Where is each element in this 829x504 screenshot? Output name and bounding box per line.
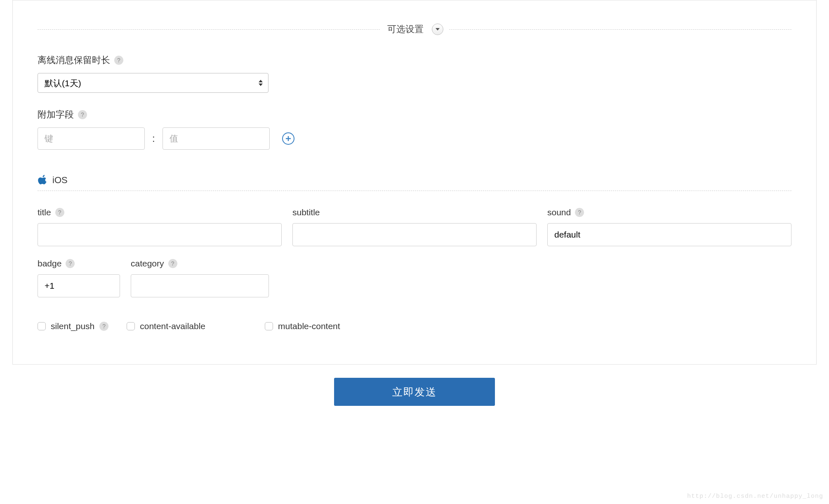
ios-divider-line bbox=[38, 191, 791, 191]
ios-subtitle-label-row: subtitle bbox=[292, 207, 537, 217]
extra-key-input[interactable] bbox=[38, 127, 145, 150]
ios-fields-row1: title ? subtitle sound ? bbox=[38, 207, 791, 246]
ios-title-label-row: title ? bbox=[38, 207, 282, 217]
silent-push-checkbox[interactable] bbox=[38, 322, 46, 330]
help-icon[interactable]: ? bbox=[99, 322, 108, 331]
divider-line-right bbox=[449, 29, 791, 30]
mutable-content-checkbox[interactable] bbox=[265, 322, 273, 330]
ios-title-input[interactable] bbox=[38, 223, 282, 246]
divider-line-left bbox=[38, 29, 380, 30]
extra-fields-label: 附加字段 bbox=[38, 108, 74, 121]
ios-sound-label: sound bbox=[547, 207, 571, 217]
content-available-label: content-available bbox=[140, 321, 205, 331]
content-available-checkbox[interactable] bbox=[127, 322, 135, 330]
ios-subtitle-col: subtitle bbox=[292, 207, 537, 246]
ios-title-col: title ? bbox=[38, 207, 282, 246]
extra-value-input[interactable] bbox=[163, 127, 270, 150]
help-icon[interactable]: ? bbox=[55, 208, 64, 217]
ios-sound-label-row: sound ? bbox=[547, 207, 791, 217]
mutable-content-label: mutable-content bbox=[278, 321, 340, 331]
extra-fields-label-row: 附加字段 ? bbox=[38, 108, 791, 121]
help-icon[interactable]: ? bbox=[66, 259, 75, 268]
add-field-button[interactable] bbox=[282, 132, 294, 145]
ios-sound-col: sound ? bbox=[547, 207, 791, 246]
ios-title-label: title bbox=[38, 207, 51, 217]
ios-sound-input[interactable] bbox=[547, 223, 791, 246]
ios-category-col: category ? bbox=[131, 259, 269, 297]
extra-fields-row: : bbox=[38, 127, 791, 150]
chevron-down-icon bbox=[435, 27, 440, 31]
offline-retention-select-wrap: 默认(1天) bbox=[38, 73, 268, 93]
content-available-check-item[interactable]: content-available bbox=[127, 321, 205, 331]
ios-checkboxes-row: silent_push ? content-available mutable-… bbox=[38, 321, 791, 331]
help-icon[interactable]: ? bbox=[575, 208, 584, 217]
ios-badge-col: badge ? bbox=[38, 259, 120, 297]
ios-badge-input[interactable] bbox=[38, 274, 120, 297]
submit-row: 立即发送 bbox=[0, 378, 829, 406]
offline-retention-label-row: 离线消息保留时长 ? bbox=[38, 54, 791, 66]
ios-category-label-row: category ? bbox=[131, 259, 269, 268]
help-icon[interactable]: ? bbox=[78, 110, 87, 119]
ios-header-label: iOS bbox=[52, 175, 68, 186]
optional-settings-title: 可选设置 bbox=[380, 23, 431, 35]
optional-settings-divider: 可选设置 bbox=[38, 23, 791, 35]
plus-icon bbox=[285, 136, 291, 141]
silent-push-check-item[interactable]: silent_push ? bbox=[38, 321, 108, 331]
collapse-toggle-button[interactable] bbox=[432, 24, 443, 35]
optional-settings-panel: 可选设置 离线消息保留时长 ? 默认(1天) 附加字段 ? : iOS bbox=[12, 0, 817, 365]
ios-badge-label: badge bbox=[38, 259, 61, 268]
ios-section-header: iOS bbox=[38, 174, 791, 186]
ios-subtitle-input[interactable] bbox=[292, 223, 537, 246]
ios-fields-row2: badge ? category ? bbox=[38, 259, 791, 297]
send-now-button[interactable]: 立即发送 bbox=[334, 378, 495, 406]
apple-icon bbox=[38, 174, 47, 186]
help-icon[interactable]: ? bbox=[114, 56, 123, 65]
offline-retention-label: 离线消息保留时长 bbox=[38, 54, 110, 66]
silent-push-label: silent_push bbox=[51, 321, 94, 331]
ios-category-input[interactable] bbox=[131, 274, 269, 297]
offline-retention-select[interactable]: 默认(1天) bbox=[38, 73, 268, 93]
ios-category-label: category bbox=[131, 259, 164, 268]
kv-colon: : bbox=[152, 133, 155, 144]
ios-subtitle-label: subtitle bbox=[292, 207, 320, 217]
help-icon[interactable]: ? bbox=[168, 259, 177, 268]
ios-badge-label-row: badge ? bbox=[38, 259, 120, 268]
mutable-content-check-item[interactable]: mutable-content bbox=[265, 321, 340, 331]
